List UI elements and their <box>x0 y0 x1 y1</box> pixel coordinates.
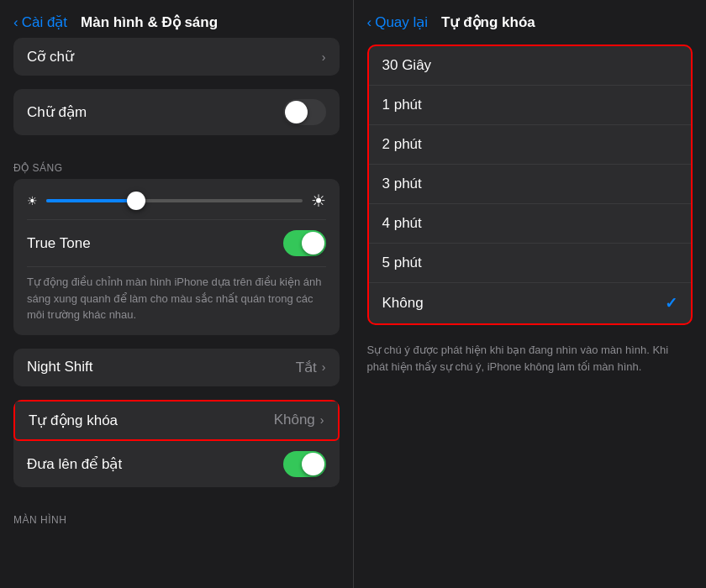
back-chevron-left-icon: ‹ <box>13 14 18 31</box>
autolock-item-1[interactable]: 1 phút <box>369 86 692 125</box>
brightness-row: ☀ ☀ <box>27 191 326 211</box>
chu-dam-group: Chữ đậm <box>13 89 340 135</box>
autolock-item-0[interactable]: 30 Giây <box>369 46 692 86</box>
left-nav-bar: ‹ Cài đặt Màn hình & Độ sáng <box>0 0 353 38</box>
autolock-list: 30 Giây1 phút2 phút3 phút4 phút5 phútKhô… <box>367 45 693 325</box>
tu-dong-khoa-value: Không <box>274 412 315 428</box>
brightness-thumb[interactable] <box>127 192 145 210</box>
back-button-left[interactable]: ‹ Cài đặt <box>13 13 67 31</box>
co-chu-chevron-icon: › <box>322 50 326 64</box>
brightness-slider[interactable] <box>46 199 303 202</box>
tu-dong-khoa-right: Không › <box>274 412 324 428</box>
man-hinh-section-label: MÀN HÌNH <box>13 501 340 531</box>
true-tone-description: Tự động điều chỉnh màn hình iPhone dựa t… <box>27 267 326 323</box>
back-chevron-right-icon: ‹ <box>367 14 372 31</box>
right-nav-bar: ‹ Quay lại Tự động khóa <box>354 0 707 38</box>
brightness-fill <box>46 199 136 202</box>
autolock-checkmark-icon: ✓ <box>665 294 677 312</box>
back-button-right[interactable]: ‹ Quay lại <box>367 13 429 31</box>
left-nav-title: Màn hình & Độ sáng <box>81 13 218 31</box>
left-panel: ‹ Cài đặt Màn hình & Độ sáng Cỡ chữ › Ch… <box>0 0 353 588</box>
autolock-item-label-4: 4 phút <box>382 215 422 232</box>
chu-dam-label: Chữ đậm <box>27 103 87 121</box>
true-tone-item[interactable]: True Tone <box>27 219 326 267</box>
autolock-item-label-2: 2 phút <box>382 136 422 153</box>
autolock-item-2[interactable]: 2 phút <box>369 125 692 165</box>
sun-small-icon: ☀ <box>27 194 38 207</box>
brightness-section: ☀ ☀ True Tone Tự động điều chỉnh màn hìn… <box>13 179 340 335</box>
autolock-item-5[interactable]: 5 phút <box>369 244 692 283</box>
tu-dong-khoa-item[interactable]: Tự động khóa Không › <box>13 400 340 441</box>
autolock-item-label-0: 30 Giây <box>382 57 432 74</box>
dua-len-toggle[interactable] <box>283 451 326 477</box>
sun-large-icon: ☀ <box>311 191 326 211</box>
true-tone-toggle[interactable] <box>283 230 326 256</box>
autolock-item-4[interactable]: 4 phút <box>369 204 692 244</box>
night-shift-value: Tắt <box>296 359 317 376</box>
chu-dam-toggle-knob <box>285 101 308 123</box>
night-shift-item[interactable]: Night Shift Tắt › <box>13 349 340 386</box>
chu-dam-toggle[interactable] <box>283 99 326 125</box>
auto-lock-group: Tự động khóa Không › Đưa lên để bật <box>13 400 340 487</box>
night-shift-group: Night Shift Tắt › <box>13 349 340 386</box>
co-chu-item[interactable]: Cỡ chữ › <box>13 38 340 76</box>
autolock-item-3[interactable]: 3 phút <box>369 165 692 204</box>
left-settings-list: Cỡ chữ › Chữ đậm ĐỘ SÁNG ☀ ☀ <box>0 38 353 531</box>
co-chu-label: Cỡ chữ <box>27 48 74 66</box>
tu-dong-khoa-chevron-icon: › <box>320 413 324 427</box>
right-description: Sự chú ý được phát hiện khi bạn đang nhì… <box>354 332 707 385</box>
right-nav-title: Tự động khóa <box>441 13 535 31</box>
autolock-item-6[interactable]: Không✓ <box>369 283 692 323</box>
back-label-right: Quay lại <box>375 13 428 31</box>
tu-dong-khoa-label: Tự động khóa <box>29 412 118 429</box>
true-tone-label: True Tone <box>27 235 91 252</box>
co-chu-group: Cỡ chữ › <box>13 38 340 76</box>
night-shift-chevron-icon: › <box>322 360 326 374</box>
true-tone-toggle-knob <box>302 232 324 255</box>
chu-dam-item[interactable]: Chữ đậm <box>13 89 340 135</box>
dua-len-toggle-knob <box>302 453 324 475</box>
dua-len-label: Đưa lên để bật <box>27 455 122 473</box>
right-panel: ‹ Quay lại Tự động khóa 30 Giây1 phút2 p… <box>354 0 707 588</box>
do-sang-section-label: ĐỘ SÁNG <box>13 149 340 179</box>
autolock-item-label-1: 1 phút <box>382 97 422 113</box>
autolock-item-label-3: 3 phút <box>382 176 422 192</box>
dua-len-item[interactable]: Đưa lên để bật <box>13 441 340 487</box>
night-shift-label: Night Shift <box>27 359 92 375</box>
autolock-item-label-6: Không <box>382 295 424 312</box>
night-shift-right: Tắt › <box>296 359 326 376</box>
autolock-item-label-5: 5 phút <box>382 255 422 271</box>
back-label-left: Cài đặt <box>22 13 67 31</box>
